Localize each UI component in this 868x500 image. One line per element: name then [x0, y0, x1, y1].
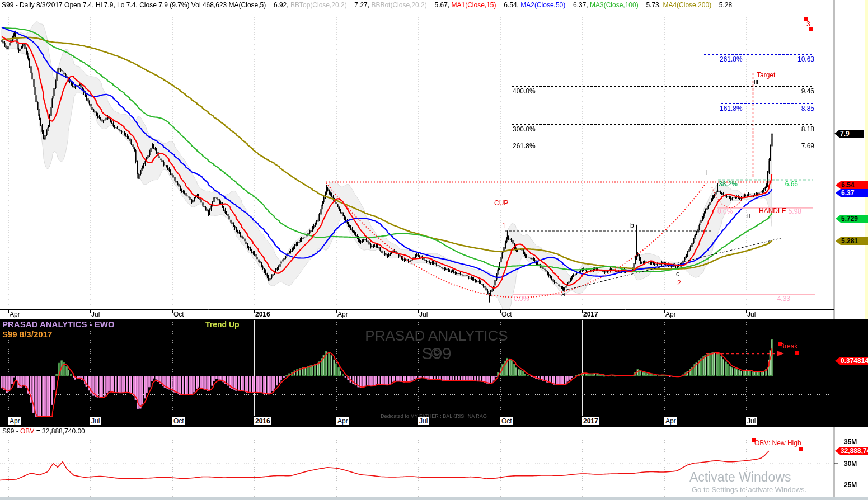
ewo-xaxis-label-apr: Apr	[664, 417, 677, 425]
price-tag-last: 7.9	[834, 130, 864, 138]
obv-yaxis-label-35m: 35M	[844, 438, 857, 446]
price-tag-ma4: 5.281	[836, 237, 868, 245]
wave-a-label[interactable]: a	[561, 291, 565, 298]
top-xaxis-label-oct: Oct	[173, 310, 184, 318]
chart-canvas[interactable]	[0, 0, 868, 500]
fib-382-label: 38.2%	[719, 181, 738, 188]
obv-value-tag: 32,888,740	[835, 447, 868, 455]
ewo-xaxis-label-apr: Apr	[336, 417, 349, 425]
ewo-xaxis-label-oct: Oct	[172, 417, 185, 425]
title-segment-3: BBBot(Close,20,2)	[371, 1, 429, 9]
chart-application-window: S99 - Daily 8/3/2017 Open 7.4, Hi 7.9, L…	[0, 0, 868, 500]
activate-windows-watermark: Activate Windows	[689, 470, 791, 485]
ewo-xaxis-label-jul: Jul	[90, 417, 101, 425]
level-433-label: 4.33	[777, 295, 790, 303]
trend-status-badge: Trend Up	[205, 321, 240, 328]
top-xaxis-label-jul: Jul	[91, 310, 100, 318]
level-598-label: 5.98	[789, 208, 801, 215]
obv-header-indicator: OBV	[20, 427, 34, 435]
fib-00-cup-label[interactable]: 0.0%	[514, 295, 529, 303]
dedication-note: Dedicated to MY FATHER : BALKRISHNA RAO	[367, 413, 501, 419]
obv-yaxis-label-25m: 25M	[844, 481, 857, 489]
fibx-2618-label: 261.8%	[720, 56, 743, 63]
target-label[interactable]: Target	[757, 72, 775, 79]
watermark-symbol: S99	[358, 344, 515, 363]
obv-header-value: = 32,888,740.00	[34, 427, 85, 435]
title-segment-10: = 5.73,	[640, 1, 663, 9]
ewo-xaxis-label-apr: Apr	[8, 417, 21, 425]
fib-value-769: 7.69	[801, 143, 814, 150]
obv-header-symbol: S99 -	[2, 427, 20, 435]
title-segment-9: MA3(Close,100)	[590, 1, 640, 9]
ewo-value-tag: 0.374814	[835, 357, 868, 365]
fib-value-1063: 10.63	[797, 56, 814, 63]
price-tag-ma3: 5.729	[836, 215, 868, 223]
ewo-xaxis-label-jul: Jul	[418, 417, 429, 425]
title-segment-7: MA2(Close,50)	[520, 1, 567, 9]
wave-1-label[interactable]: 1	[502, 223, 506, 230]
ewo-xaxis-label-jul: Jul	[746, 417, 757, 425]
ewo-panel-symbol-date: S99 8/3/2017	[2, 331, 52, 338]
fibx-1618-label: 161.8%	[720, 105, 743, 112]
fib-2618-label: 261.8%	[513, 143, 536, 150]
wave-3-label[interactable]: 3	[806, 21, 810, 28]
wave-iii-label[interactable]: iii	[754, 78, 758, 86]
level-666-label: 6.66	[785, 181, 798, 188]
top-xaxis-label-oct: Oct	[501, 310, 512, 318]
wave-ii-label[interactable]: ii	[747, 212, 750, 219]
title-segment-4: = 5.67,	[429, 1, 451, 9]
cup-label[interactable]: CUP	[494, 200, 508, 207]
top-xaxis-label-apr: Apr	[10, 310, 20, 318]
ewo-xaxis-label-2017: 2017	[582, 417, 599, 425]
handle-label[interactable]: HANDLE	[759, 207, 786, 215]
wave-c-label[interactable]: c	[676, 271, 679, 278]
obv-panel-header: S99 - OBV = 32,888,740.00	[2, 427, 85, 435]
title-segment-11: MA4(Close,200)	[663, 1, 713, 9]
title-segment-6: = 6.54,	[498, 1, 520, 9]
title-segment-12: = 5.28	[713, 1, 732, 9]
title-segment-0: S99 - Daily 8/3/2017 Open 7.4, Hi 7.9, L…	[2, 1, 290, 9]
break-label[interactable]: Break	[780, 343, 797, 350]
title-segment-8: = 6.37,	[567, 1, 590, 9]
wave-2-label[interactable]: 2	[677, 280, 681, 287]
price-tag-ma1: 6.54	[836, 181, 868, 189]
ewo-xaxis-label-2016: 2016	[254, 417, 271, 425]
fib-value-885: 8.85	[801, 105, 814, 112]
top-xaxis-label-2017: 2017	[583, 310, 598, 318]
top-xaxis-label-apr: Apr	[665, 310, 676, 318]
wave-i-label[interactable]: i	[706, 169, 708, 177]
top-xaxis-label-jul: Jul	[419, 310, 428, 318]
fib-400-label: 400.0%	[513, 88, 536, 95]
title-segment-5: MA1(Close,15)	[452, 1, 498, 9]
title-segment-2: = 7.27,	[349, 1, 371, 9]
fib-value-818: 8.18	[801, 126, 814, 133]
activate-windows-subtext: Go to Settings to activate Windows.	[692, 485, 806, 494]
top-xaxis-label-jul: Jul	[747, 310, 756, 318]
obv-new-high-label[interactable]: OBV: New High	[754, 440, 801, 447]
obv-yaxis-label-30m: 30M	[844, 460, 857, 468]
fib-300-label: 300.0%	[513, 126, 536, 133]
fib-00-handle-label[interactable]: 0.0%	[717, 208, 733, 215]
ewo-panel-title: PRASAD ANALYTICS - EWO	[2, 320, 115, 328]
ewo-xaxis-label-oct: Oct	[500, 417, 513, 425]
chart-title-bar: S99 - Daily 8/3/2017 Open 7.4, Hi 7.9, L…	[2, 1, 732, 9]
top-xaxis-label-apr: Apr	[337, 310, 348, 318]
wave-b-label[interactable]: b	[630, 222, 634, 229]
title-segment-1: BBTop(Close,20,2)	[290, 1, 349, 9]
top-xaxis-label-2016: 2016	[255, 310, 270, 318]
price-tag-ma2: 6.37	[836, 189, 868, 197]
fib-value-946: 9.46	[801, 88, 814, 95]
